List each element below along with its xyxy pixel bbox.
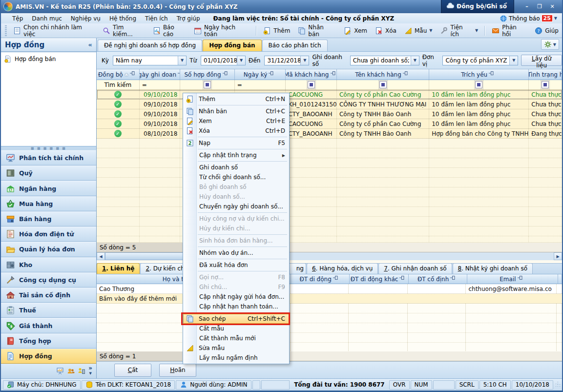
detail-column-header-3[interactable]: ĐT di động khác [350,274,409,284]
context-menu-item-21[interactable]: Nhóm vào dự án... [183,248,289,258]
notification-area[interactable]: Thông báo 25 ▼ [500,15,557,22]
context-menu-item-11[interactable]: Từ chối ghi doanh số... [183,172,289,182]
sidebar-module-einvoice[interactable]: Hóa đơn điện tử [1,227,96,242]
save-button[interactable]: Cất [114,364,151,377]
sidebar-module-finance[interactable]: Phân tích tài chính [1,150,96,165]
filter-checkbox-icon[interactable] [204,81,211,88]
search-cell-0[interactable]: Tìm kiếm [97,80,140,89]
sidebar-module-fund[interactable]: Quỹ [1,165,96,181]
context-menu-item-3[interactable]: XemCtrl+E [183,116,289,126]
maximize-button[interactable]: ❒ [534,2,545,11]
sidebar-splitter[interactable]: ■ ■ ■ ■ ■ ■ [1,146,96,150]
tools-button[interactable]: Tiện ích▼ [437,22,481,39]
add-new-row[interactable]: Bấm vào đây để thêm mới [97,294,562,304]
context-menu-item-14[interactable]: Chuyển ngày ghi doanh số... [183,202,289,211]
search-cell-2[interactable] [180,80,235,89]
table-row[interactable]: ✓09/10/2018CAOCUONGCông ty cổ phần Cao C… [97,119,562,129]
sidebar-module-summary[interactable]: Tổng hợp [1,333,96,349]
column-header-6[interactable]: Trích yếu [429,69,529,80]
search-cell-6[interactable] [429,80,529,89]
sidebar-module-tax[interactable]: Thuế [1,303,96,318]
context-menu-item-30[interactable]: Sao chépCtrl+Shift+C [183,314,289,324]
menubar-item-tệp[interactable]: Tệp [8,14,27,23]
column-header-5[interactable]: Tên khách hàng [337,69,429,80]
table-row[interactable]: ✓09/10/2018CAOCUONGCông ty cổ phần Cao C… [97,90,562,100]
filter-checkbox-icon[interactable] [542,81,549,88]
help-button[interactable]: ?Giúp [531,25,562,36]
search-button[interactable]: Tìm kiếm... [99,22,148,39]
column-header-4[interactable]: Mã khách hàng [286,69,337,80]
minimize-button[interactable]: – [521,2,533,11]
sidebar-module-invoice-folder[interactable]: Quản lý hóa đơn [1,242,96,257]
sidebar-module-tools2[interactable]: Công cụ dụng cụ [1,272,96,288]
table-row[interactable]: ✓09/10/2018KH_0101243150-CÔNG TY TNHH TH… [97,100,562,109]
detail-tab-ghi-nh-n-doanh-s-[interactable]: 7. Ghi nhận doanh số [378,263,452,274]
sync-ledger-button[interactable]: Đồng bộ/Ghi sổ [441,0,514,14]
column-header-7[interactable]: Tình trạng h [529,69,562,80]
calendar-button[interactable]: Ngày hạch toán [190,22,253,39]
table-row[interactable]: ✓09/10/2018CTY_BAOOANHCông ty TNHH Bảo O… [97,109,562,119]
context-menu-item-31[interactable]: Cất mẫu [183,324,289,333]
postpone-button[interactable]: Hoãn [159,364,196,377]
from-date-input[interactable]: 01/01/2018▼ [201,56,246,65]
close-button[interactable]: ✕ [546,2,558,11]
detail-column-header-4[interactable]: ĐT cố định [409,274,467,284]
tab-inactive[interactable]: Báo cáo phân tích [262,40,328,51]
menubar-item-hệ-thống[interactable]: Hệ thống [105,14,141,23]
context-menu-item-10[interactable]: Ghi doanh số [183,163,289,172]
detail-column-header-6[interactable] [558,274,562,284]
detail-column-header-5[interactable]: Email [467,274,558,284]
revenue-status-select[interactable]: Chưa ghi doanh số;▼ [350,56,419,65]
filter-checkbox-icon[interactable] [379,81,387,88]
detail-tab-h-ng-h-a-d-ch-v-[interactable]: 6. Hàng hóa, dịch vụ [307,263,378,274]
period-select[interactable]: Năm nay▼ [113,56,187,65]
search-cell-7[interactable] [529,80,562,89]
to-date-input[interactable]: 31/12/2018▼ [264,56,309,65]
menubar-item-nghiệp-vụ[interactable]: Nghiệp vụ [66,14,105,23]
search-cell-5[interactable] [337,80,429,89]
filter-checkbox-icon[interactable] [308,81,315,88]
context-menu-item-6[interactable]: 2NạpF5 [183,138,289,148]
grid-search-row[interactable]: Tìm kiếm== [97,80,562,90]
menubar-item-danh-mục[interactable]: Danh mục [27,14,66,23]
sidebar-module-contract[interactable]: Hợp đồng [1,349,96,364]
column-header-1[interactable]: Ngày ghi doan [140,69,181,80]
unit-select[interactable]: Công ty cổ phần XYZ▼ [442,56,518,65]
table-row[interactable]: ✓08/10/2018CTY_BAOOANHCông ty TNHH Bảo O… [97,129,562,139]
scroll-left-icon[interactable]: ◀ [97,252,105,260]
feedback-button[interactable]: Phản hồi [488,22,530,39]
context-menu-item-33[interactable]: Sửa mẫu [183,343,289,353]
sidebar-module-purchase[interactable]: Mua hàng [1,196,96,211]
context-menu-item-28[interactable]: Cập nhật hạn thanh toán... [183,302,289,311]
menubar-item-tiện-ích[interactable]: Tiện ích [141,14,172,23]
context-menu-item-27[interactable]: Cập nhật ngày gửi hóa đơn... [183,292,289,302]
template-button[interactable]: Mẫu▼ [401,25,436,36]
sidebar-module-warehouse[interactable]: Kho [1,257,96,272]
context-menu-item-8[interactable]: Cập nhật tình trạng▶ [183,150,289,160]
context-menu-item-0[interactable]: ThêmCtrl+N [183,94,289,104]
tab-active[interactable]: Hợp đồng bán [203,40,261,51]
context-menu-item-23[interactable]: Đã xuất hóa đơn [183,260,289,270]
column-header-2[interactable]: Số hợp đồng [180,69,235,80]
sidebar-module-asset[interactable]: Tài sản cố định [1,288,96,303]
tab-inactive[interactable]: Đề nghị ghi doanh số hợp đồng [98,40,202,51]
column-header-0[interactable]: Đồng bộ [97,69,140,80]
detail-column-header-2[interactable]: ĐT di động [291,274,350,284]
horizontal-scrollbar[interactable]: ◀ ▶ [97,252,562,260]
column-header-3[interactable]: Ngày ký [235,69,286,80]
scroll-right-icon[interactable]: ▶ [554,252,562,260]
filter-checkbox-icon[interactable] [475,81,482,88]
sidebar-module-bank[interactable]: $Ngân hàng [1,181,96,196]
detail-row[interactable]: Cao Thươngchthuong@software.misa.co [97,284,562,294]
context-menu-item-32[interactable]: Cất thành mẫu mới [183,333,289,343]
sidebar-module-cost[interactable]: $Giá thành [1,318,96,333]
view-button[interactable]: Xem [340,25,371,36]
copy-button[interactable]: Nhân bản [294,22,339,39]
context-menu-item-34[interactable]: Lấy mẫu ngầm định [183,353,289,363]
search-cell-3[interactable]: = [235,80,286,89]
more-modules-button[interactable]: »▼ [88,366,92,376]
collapse-sidebar-icon[interactable]: « [88,41,92,48]
load-data-button[interactable]: Lấy dữ liệu [521,55,562,66]
search-cell-4[interactable] [286,80,337,89]
context-menu-item-4[interactable]: XóaCtrl+D [183,126,289,136]
